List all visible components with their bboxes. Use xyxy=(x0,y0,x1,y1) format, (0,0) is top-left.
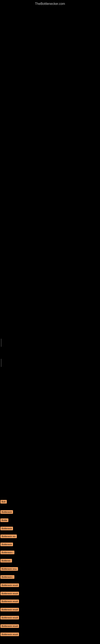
list-item: Bottleneck xyxy=(0,542,100,546)
bottleneck-badge[interactable]: Bottleneck r xyxy=(0,550,14,554)
list-item: Bottleneck xyxy=(0,510,100,514)
list-item: Bottleneck result xyxy=(0,592,100,595)
bottleneck-badge[interactable]: Bott xyxy=(0,500,7,504)
list-item: Bottleneck xyxy=(0,526,100,530)
list-item: Bottleneck resu xyxy=(0,567,100,571)
bottleneck-badge[interactable]: Bottleneck result xyxy=(0,624,19,628)
bottleneck-badge[interactable]: Bottleneck r xyxy=(0,575,14,579)
vertical-line-2 xyxy=(1,359,1,367)
site-title: TheBottlenecker.com xyxy=(0,0,100,7)
bottleneck-badge[interactable]: Bottleneck xyxy=(0,527,13,530)
bottleneck-badge[interactable]: Bottlenec xyxy=(0,559,12,562)
list-item: Bottleneck result xyxy=(0,624,100,628)
list-item: Bottle xyxy=(0,518,100,522)
chart-area xyxy=(0,7,100,500)
bottleneck-labels-area: Bott Bottleneck Bottle Bottleneck Bottle… xyxy=(0,500,100,636)
list-item: Bottleneck r xyxy=(0,575,100,579)
list-item: Bottleneck result xyxy=(0,616,100,620)
bottleneck-badge[interactable]: Bottleneck result xyxy=(0,616,19,620)
vertical-line-1 xyxy=(1,339,1,347)
bottleneck-badge[interactable]: Bottleneck result xyxy=(0,600,19,603)
list-item: Bott xyxy=(0,500,100,504)
bottleneck-badge[interactable]: Bottleneck result xyxy=(0,632,19,636)
list-item: Bottleneck result xyxy=(0,632,100,636)
bottleneck-badge[interactable]: Bottleneck result xyxy=(0,592,19,595)
list-item: Bottleneck res xyxy=(0,534,100,538)
list-item: Bottleneck result xyxy=(0,583,100,587)
bottleneck-badge[interactable]: Bottleneck xyxy=(0,510,13,514)
list-item: Bottlenec xyxy=(0,559,100,562)
bottleneck-badge[interactable]: Bottleneck res xyxy=(0,534,17,538)
bottleneck-badge[interactable]: Bottle xyxy=(0,518,8,522)
bottleneck-badge[interactable]: Bottleneck xyxy=(0,542,13,546)
bottleneck-badge[interactable]: Bottleneck resu xyxy=(0,567,18,571)
list-item: Bottleneck result xyxy=(0,599,100,603)
bottleneck-badge[interactable]: Bottleneck result xyxy=(0,608,19,612)
list-item: Bottleneck result xyxy=(0,608,100,612)
bottleneck-badge[interactable]: Bottleneck result xyxy=(0,584,19,587)
list-item: Bottleneck r xyxy=(0,550,100,554)
